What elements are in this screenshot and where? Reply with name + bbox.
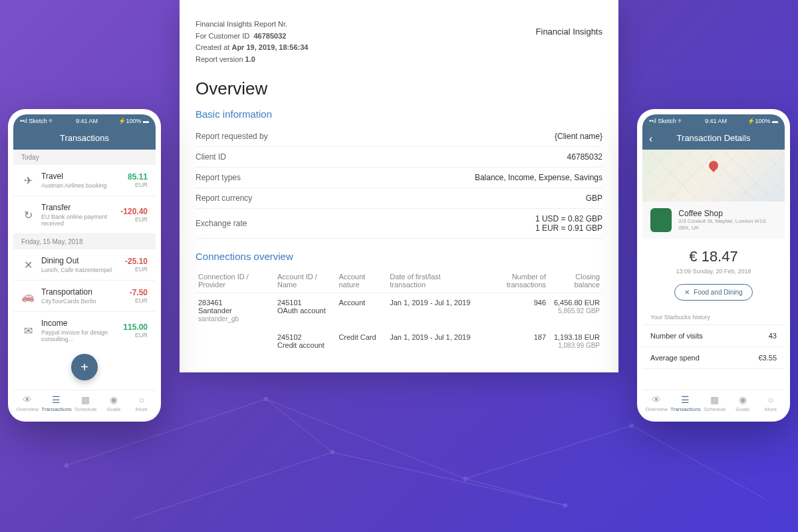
nav-label: Overview bbox=[645, 406, 667, 412]
transaction-amount: € 18.47 bbox=[642, 248, 785, 265]
info-label: Report types bbox=[196, 168, 342, 188]
nav-label: Overview bbox=[16, 406, 38, 412]
nav-transactions[interactable]: ☰Transactions bbox=[41, 390, 72, 416]
info-label: Exchange rate bbox=[196, 209, 342, 239]
transaction-row[interactable]: 🚗 TransportationCityTourCards Berlin -7.… bbox=[13, 281, 156, 312]
status-time: 9:41 AM bbox=[76, 118, 98, 124]
connections-table: Connection ID / ProviderAccount ID / Nam… bbox=[196, 269, 602, 354]
tx-subtitle: CityTourCards Berlin bbox=[41, 298, 130, 305]
screen-title: Transactions bbox=[13, 128, 156, 150]
table-header: Connection ID / Provider bbox=[196, 269, 275, 293]
report-meta: Financial Insights Report Nr. For Custom… bbox=[196, 19, 602, 65]
tx-currency: EUR bbox=[125, 266, 148, 273]
nav-schedule[interactable]: ▦Schedule bbox=[701, 390, 729, 416]
table-row: 283461Santandersantander_gb 245101OAuth … bbox=[196, 293, 602, 329]
info-row: Client ID46785032 bbox=[196, 147, 602, 168]
category-chip[interactable]: ✕ Food and Dining bbox=[674, 284, 752, 301]
table-header: Account ID / Name bbox=[275, 269, 336, 293]
status-time: 9:41 AM bbox=[705, 118, 727, 124]
table-header: Date of first/last transaction bbox=[387, 269, 473, 293]
nav-more[interactable]: ○More bbox=[128, 390, 156, 416]
tx-amount: -120.40 bbox=[120, 207, 148, 216]
version-line: Report version 1.0 bbox=[196, 54, 602, 66]
tx-title: Transportation bbox=[41, 287, 130, 297]
screen-title: ‹ Transaction Details bbox=[642, 128, 785, 150]
transactions-list[interactable]: Today✈ TravelAustrian Airlines booking 8… bbox=[13, 150, 156, 344]
section-basic-info: Basic information bbox=[196, 108, 602, 120]
date-section-header: Friday, 15 May, 2018 bbox=[13, 234, 156, 249]
nav-label: More bbox=[136, 406, 148, 412]
schedule-icon: ▦ bbox=[701, 394, 729, 405]
carrier-label: ••ıl Sketch ᯤ bbox=[649, 118, 684, 124]
history-value: 43 bbox=[769, 332, 777, 340]
tx-amount: -7.50 bbox=[130, 288, 148, 297]
category-icon: ✈ bbox=[21, 174, 35, 187]
nav-label: Transactions bbox=[41, 406, 72, 412]
tx-subtitle: Paypal invoice for design consulting... bbox=[41, 329, 123, 342]
info-row: Report requested by{Client name} bbox=[196, 126, 602, 147]
info-label: Client ID bbox=[196, 147, 342, 168]
svg-point-10 bbox=[464, 477, 467, 481]
svg-point-13 bbox=[563, 503, 567, 507]
section-connections: Connections overview bbox=[196, 251, 602, 262]
svg-line-2 bbox=[466, 426, 632, 479]
transaction-row[interactable]: ↻ TransferEU Bank online payment receive… bbox=[13, 196, 156, 234]
tx-amount: -25.10 bbox=[125, 257, 148, 266]
svg-line-3 bbox=[632, 426, 765, 499]
merchant-card[interactable]: Coffee Shop 2/3 Conduit St, Mayfair, Lon… bbox=[642, 201, 785, 239]
phone-transaction-details: ••ıl Sketch ᯤ 9:41 AM ⚡100% ▬ ‹ Transact… bbox=[637, 109, 790, 422]
carrier-label: ••ıl Sketch ᯤ bbox=[20, 118, 55, 124]
nav-overview[interactable]: 👁Overview bbox=[13, 390, 41, 416]
svg-line-4 bbox=[133, 452, 332, 519]
merchant-map[interactable] bbox=[642, 150, 785, 201]
nav-overview[interactable]: 👁Overview bbox=[642, 390, 670, 416]
history-label: Average spend bbox=[650, 354, 700, 362]
tx-amount: 85.11 bbox=[128, 172, 148, 182]
tx-amount: 115.00 bbox=[123, 323, 148, 332]
merchant-name: Coffee Shop bbox=[678, 209, 777, 218]
category-icon: ✉ bbox=[21, 324, 35, 337]
info-label: Report currency bbox=[196, 188, 342, 209]
nav-goals[interactable]: ◉Goals bbox=[729, 390, 757, 416]
transaction-row[interactable]: ✈ TravelAustrian Airlines booking 85.11E… bbox=[13, 165, 156, 196]
svg-line-7 bbox=[466, 479, 565, 505]
overview-icon: 👁 bbox=[13, 394, 41, 405]
status-bar: ••ıl Sketch ᯤ 9:41 AM ⚡100% ▬ bbox=[13, 114, 156, 128]
nav-label: Goals bbox=[106, 406, 120, 412]
nav-label: More bbox=[765, 406, 777, 412]
overview-icon: 👁 bbox=[642, 394, 670, 405]
nav-label: Goals bbox=[735, 406, 749, 412]
map-pin-icon bbox=[707, 159, 720, 172]
info-row: Exchange rate1 USD = 0.82 GBP 1 EUR = 0.… bbox=[196, 209, 602, 239]
created-at-line: Created at Apr 19, 2019, 18:56:34 bbox=[196, 42, 602, 54]
nav-goals[interactable]: ◉Goals bbox=[100, 390, 128, 416]
nav-label: Transactions bbox=[670, 406, 701, 412]
category-icon: ✕ bbox=[21, 258, 35, 271]
tx-currency: EUR bbox=[123, 332, 148, 338]
goals-icon: ◉ bbox=[729, 394, 757, 405]
merchant-address: 2/3 Conduit St, Mayfair, London W1S 2BX,… bbox=[678, 218, 777, 232]
nav-more[interactable]: ○More bbox=[757, 390, 785, 416]
svg-point-9 bbox=[264, 397, 268, 401]
nav-transactions[interactable]: ☰Transactions bbox=[670, 390, 701, 416]
transactions-icon: ☰ bbox=[670, 394, 701, 405]
tx-subtitle: Austrian Airlines booking bbox=[41, 182, 128, 189]
tx-subtitle: Lunch, Cafe Katzentempel bbox=[41, 267, 125, 273]
back-button[interactable]: ‹ bbox=[649, 133, 652, 145]
tx-currency: EUR bbox=[120, 216, 148, 223]
svg-line-6 bbox=[266, 399, 332, 452]
info-row: Report typesBalance, Income, Expense, Sa… bbox=[196, 168, 602, 188]
category-icon: 🚗 bbox=[21, 289, 35, 303]
category-label: Food and Dining bbox=[694, 289, 742, 296]
category-icon: ↻ bbox=[21, 208, 35, 221]
transaction-row[interactable]: ✉ IncomePaypal invoice for design consul… bbox=[13, 312, 156, 344]
add-transaction-button[interactable]: + bbox=[71, 354, 98, 380]
nav-label: Schedule bbox=[74, 406, 96, 412]
nav-schedule[interactable]: ▦Schedule bbox=[72, 390, 100, 416]
brand-label: Financial Insights bbox=[536, 27, 602, 37]
transaction-row[interactable]: ✕ Dining OutLunch, Cafe Katzentempel -25… bbox=[13, 249, 156, 281]
history-row: Number of visits43 bbox=[642, 325, 785, 347]
date-section-header: Today bbox=[13, 150, 156, 165]
battery-label: ⚡100% ▬ bbox=[747, 118, 778, 124]
more-icon: ○ bbox=[757, 394, 785, 405]
